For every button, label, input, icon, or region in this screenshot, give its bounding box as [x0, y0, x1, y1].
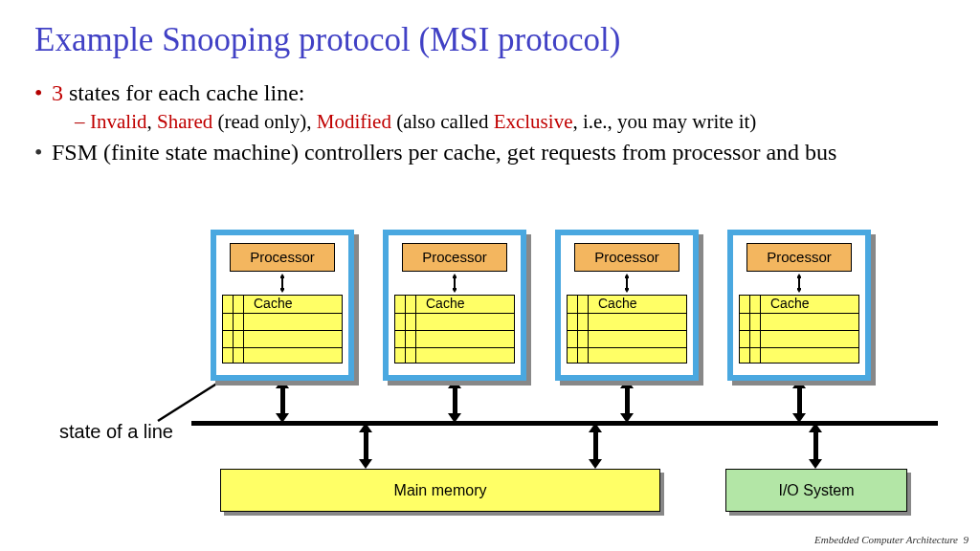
processor-module: ProcessorCache [383, 230, 526, 381]
cache-row-line [740, 313, 858, 314]
cache-state-column [395, 296, 416, 363]
cache-box: Cache [739, 295, 859, 364]
footer-page: 9 [964, 534, 969, 545]
cache-box: Cache [567, 295, 687, 364]
bus-connector-icon [625, 386, 630, 415]
mem-connector-icon [364, 430, 368, 461]
cache-label: Cache [426, 296, 464, 311]
processor-module: ProcessorCache [211, 230, 354, 381]
proc-cache-arrow-icon [797, 274, 801, 293]
cache-state-column [568, 296, 589, 363]
cache-row-line [223, 330, 342, 331]
svg-marker-12 [797, 274, 801, 278]
processor-module: ProcessorCache [727, 230, 871, 381]
svg-marker-10 [625, 288, 629, 293]
cache-box: Cache [222, 295, 343, 364]
cache-state-column [223, 296, 244, 363]
mem-connector-icon [593, 430, 598, 461]
cache-label: Cache [598, 296, 636, 311]
svg-marker-6 [453, 274, 457, 278]
proc-cache-arrow-icon [453, 274, 457, 293]
svg-marker-7 [453, 288, 457, 293]
io-connector-icon [813, 430, 818, 461]
processor-label: Processor [402, 243, 507, 272]
cache-col-divider [577, 296, 578, 363]
cache-row-line [223, 313, 342, 314]
proc-cache-arrow-icon [625, 274, 629, 293]
cache-row-line [395, 330, 514, 331]
processor-module: ProcessorCache [555, 230, 699, 381]
svg-marker-13 [797, 288, 801, 293]
bus-connector-icon [280, 386, 285, 415]
architecture-diagram: Main memory I/O System state of a line P… [0, 0, 980, 551]
slide-footer: Embedded Computer Architecture 9 [814, 534, 969, 545]
system-bus [191, 421, 938, 426]
footer-text: Embedded Computer Architecture [814, 534, 958, 545]
svg-marker-9 [625, 274, 629, 278]
processor-label: Processor [230, 243, 335, 272]
cache-state-column [740, 296, 761, 363]
main-memory-box: Main memory [220, 469, 660, 512]
bus-connector-icon [453, 386, 457, 415]
cache-row-line [568, 330, 686, 331]
bus-connector-icon [797, 386, 802, 415]
cache-col-divider [749, 296, 750, 363]
cache-label: Cache [770, 296, 809, 311]
svg-marker-4 [280, 288, 284, 293]
cache-label: Cache [254, 296, 292, 311]
processor-label: Processor [574, 243, 679, 272]
cache-box: Cache [394, 295, 515, 364]
svg-marker-3 [280, 274, 284, 278]
cache-col-divider [405, 296, 406, 363]
io-system-box: I/O System [725, 469, 907, 512]
cache-row-line [740, 347, 858, 348]
cache-col-divider [233, 296, 234, 363]
cache-row-line [223, 347, 342, 348]
cache-row-line [740, 330, 858, 331]
cache-row-line [568, 347, 686, 348]
cache-row-line [395, 347, 514, 348]
processor-label: Processor [746, 243, 852, 272]
cache-row-line [395, 313, 514, 314]
cache-row-line [568, 313, 686, 314]
proc-cache-arrow-icon [280, 274, 284, 293]
